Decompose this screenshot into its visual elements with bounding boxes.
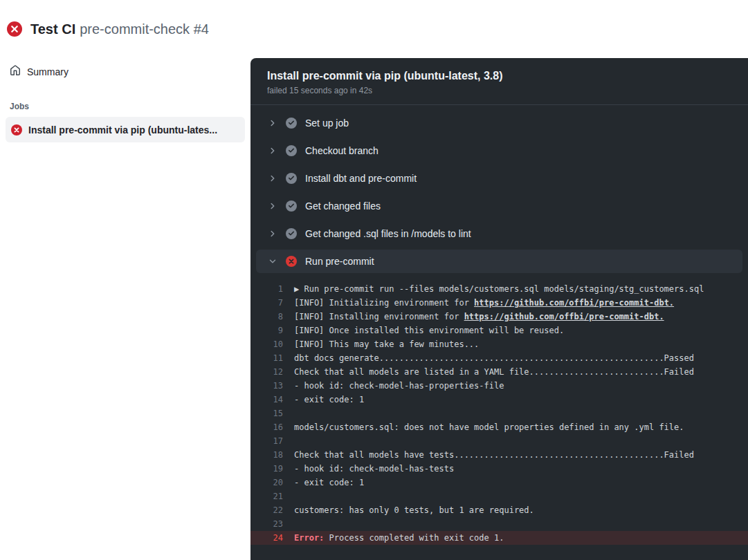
chevron-right-icon[interactable] <box>268 147 277 155</box>
step-row[interactable]: Checkout branch <box>256 137 742 165</box>
log-line-number[interactable]: 14 <box>250 393 294 407</box>
log-line-number[interactable]: 10 <box>250 337 294 351</box>
step-row[interactable]: Set up job <box>256 109 742 137</box>
step-label: Set up job <box>305 118 349 129</box>
job-panel: Install pre-commit via pip (ubuntu-lates… <box>250 58 748 560</box>
log-segment: - exit code: 1 <box>294 478 364 487</box>
log-segment: models/customers.sql: does not have mode… <box>294 422 684 432</box>
chevron-right-icon[interactable] <box>268 202 277 210</box>
log-segment: customers: has only 0 tests, but 1 are r… <box>294 505 534 515</box>
log-line-number[interactable]: 18 <box>250 448 294 462</box>
log-segment: [INFO] Initializing environment for <box>294 298 474 308</box>
run-title: pre-commit-check #4 <box>80 21 209 37</box>
log-line-text: Check that all models have tests........… <box>294 448 694 462</box>
log-line-text: - hook id: check-model-has-tests <box>294 462 454 476</box>
log-line-number[interactable]: 21 <box>250 489 294 503</box>
log-segment: Check that all models are listed in a YA… <box>294 367 694 377</box>
log-line-text: - exit code: 1 <box>294 476 364 489</box>
run-header: Test CIpre-commit-check #4 <box>0 0 748 58</box>
log-line-number[interactable]: 11 <box>250 351 294 365</box>
chevron-right-icon[interactable] <box>268 230 277 238</box>
log-line: 23 <box>250 517 748 531</box>
step-label: Checkout branch <box>305 145 378 156</box>
log-line-number[interactable]: 23 <box>250 517 294 531</box>
log-line: 14- exit code: 1 <box>250 393 748 407</box>
log-line-number[interactable]: 17 <box>250 434 294 448</box>
log-line: 1▶ Run pre-commit run --files models/cus… <box>250 282 748 296</box>
log-line: 16models/customers.sql: does not have mo… <box>250 420 748 434</box>
log-segment: dbt docs generate.......................… <box>294 353 694 363</box>
log-line-number[interactable]: 22 <box>250 503 294 517</box>
check-circle-icon <box>286 200 297 212</box>
job-title: Install pre-commit via pip (ubuntu-lates… <box>267 70 731 82</box>
step-label: Install dbt and pre-commit <box>305 173 417 184</box>
log-line: 9[INFO] Once installed this environment … <box>250 324 748 337</box>
step-row[interactable]: Install dbt and pre-commit <box>256 165 742 192</box>
log-line: 12Check that all models are listed in a … <box>250 365 748 379</box>
log-line-text: Check that all models are listed in a YA… <box>294 365 694 379</box>
log-segment: [INFO] Once installed this environment w… <box>294 326 564 335</box>
log-line-text: Error: Process completed with exit code … <box>294 531 504 545</box>
log-line-number[interactable]: 7 <box>250 296 294 310</box>
log-line-number[interactable]: 9 <box>250 324 294 337</box>
log-segment: - hook id: check-model-has-tests <box>294 464 454 474</box>
log-line: 10[INFO] This may take a few minutes... <box>250 337 748 351</box>
log-segment: Check that all models have tests........… <box>294 450 694 460</box>
log-line-number[interactable]: 1 <box>250 282 294 296</box>
sidebar-job-item[interactable]: Install pre-commit via pip (ubuntu-lates… <box>6 117 245 142</box>
log-line: 7[INFO] Initializing environment for htt… <box>250 296 748 310</box>
jobs-list: Install pre-commit via pip (ubuntu-lates… <box>0 117 250 142</box>
log-line-text: [INFO] Initializing environment for http… <box>294 296 674 310</box>
log-line: 13- hook id: check-model-has-properties-… <box>250 379 748 393</box>
log-segment: Process completed with exit code 1. <box>329 533 504 543</box>
chevron-right-icon[interactable] <box>268 119 277 127</box>
log-line: 18Check that all models have tests......… <box>250 448 748 462</box>
sidebar: Summary Jobs Install pre-commit via pip … <box>0 58 250 560</box>
log-line-number[interactable]: 15 <box>250 407 294 420</box>
log-output: 1▶ Run pre-commit run --files models/cus… <box>250 275 748 545</box>
check-circle-icon <box>286 118 297 129</box>
log-line-number[interactable]: 19 <box>250 462 294 476</box>
log-line-number[interactable]: 16 <box>250 420 294 434</box>
log-line-number[interactable]: 12 <box>250 365 294 379</box>
log-line-number[interactable]: 24 <box>250 531 294 545</box>
home-icon <box>10 65 21 78</box>
log-line: 15 <box>250 407 748 420</box>
log-line: 21 <box>250 489 748 503</box>
chevron-down-icon[interactable] <box>268 257 277 265</box>
log-line-number[interactable]: 20 <box>250 476 294 489</box>
log-line-text: [INFO] This may take a few minutes... <box>294 337 479 351</box>
log-line: 24Error: Process completed with exit cod… <box>250 531 748 545</box>
log-line-text: - hook id: check-model-has-properties-fi… <box>294 379 504 393</box>
step-label: Run pre-commit <box>305 256 374 267</box>
step-row[interactable]: Get changed .sql files in /models to lin… <box>256 220 742 248</box>
log-segment: - exit code: 1 <box>294 395 364 404</box>
job-status-text: failed 15 seconds ago in 42s <box>267 86 731 95</box>
step-row[interactable]: Get changed files <box>256 192 742 220</box>
sidebar-item-summary[interactable]: Summary <box>0 58 250 85</box>
log-segment: ▶ Run pre-commit run --files models/cust… <box>294 284 704 294</box>
step-row[interactable]: Run pre-commit <box>256 250 742 273</box>
log-link[interactable]: https://github.com/offbi/pre-commit-dbt. <box>474 298 674 308</box>
log-line: 22customers: has only 0 tests, but 1 are… <box>250 503 748 517</box>
log-link[interactable]: https://github.com/offbi/pre-commit-dbt. <box>464 312 664 321</box>
log-line: 19- hook id: check-model-has-tests <box>250 462 748 476</box>
x-circle-icon <box>286 256 297 267</box>
page-title: Test CIpre-commit-check #4 <box>30 21 209 37</box>
log-line-text: ▶ Run pre-commit run --files models/cust… <box>294 282 704 296</box>
job-panel-header: Install pre-commit via pip (ubuntu-lates… <box>250 58 748 105</box>
log-line-text: models/customers.sql: does not have mode… <box>294 420 684 434</box>
jobs-section-label: Jobs <box>10 102 241 111</box>
check-circle-icon <box>286 173 297 184</box>
check-circle-icon <box>286 228 297 239</box>
steps-list: Set up jobCheckout branchInstall dbt and… <box>250 105 748 273</box>
log-line-text: [INFO] Installing environment for https:… <box>294 310 664 324</box>
chevron-right-icon[interactable] <box>268 174 277 183</box>
log-line-number[interactable]: 8 <box>250 310 294 324</box>
log-line: 17 <box>250 434 748 448</box>
log-line-number[interactable]: 13 <box>250 379 294 393</box>
log-line: 8[INFO] Installing environment for https… <box>250 310 748 324</box>
x-circle-icon <box>7 21 22 37</box>
log-segment: Error: <box>294 533 329 543</box>
log-line-text: dbt docs generate.......................… <box>294 351 694 365</box>
